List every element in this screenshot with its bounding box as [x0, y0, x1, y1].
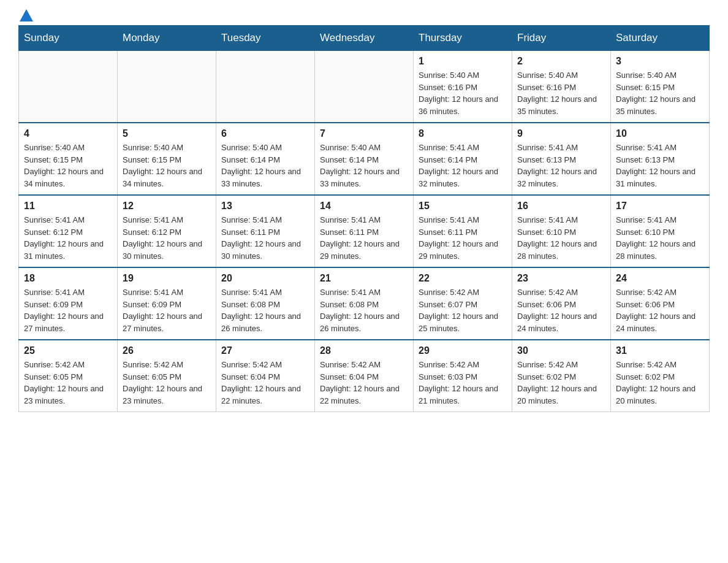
calendar-header-row: SundayMondayTuesdayWednesdayThursdayFrid… — [19, 26, 710, 51]
calendar-day-cell — [216, 51, 315, 123]
day-info: Sunrise: 5:42 AMSunset: 6:07 PMDaylight:… — [419, 286, 507, 334]
svg-marker-0 — [20, 9, 33, 21]
day-number: 6 — [221, 128, 309, 139]
calendar-day-cell: 20Sunrise: 5:41 AMSunset: 6:08 PMDayligh… — [216, 267, 315, 340]
day-info: Sunrise: 5:41 AMSunset: 6:09 PMDaylight:… — [123, 286, 211, 334]
calendar-week-row: 18Sunrise: 5:41 AMSunset: 6:09 PMDayligh… — [19, 267, 710, 340]
calendar-day-cell: 16Sunrise: 5:41 AMSunset: 6:10 PMDayligh… — [512, 195, 611, 267]
day-number: 15 — [419, 201, 507, 212]
day-number: 31 — [616, 345, 704, 356]
day-number: 23 — [517, 273, 605, 284]
calendar-day-cell: 18Sunrise: 5:41 AMSunset: 6:09 PMDayligh… — [19, 267, 118, 340]
calendar-day-cell: 23Sunrise: 5:42 AMSunset: 6:06 PMDayligh… — [512, 267, 611, 340]
day-number: 5 — [123, 128, 211, 139]
calendar-day-cell: 27Sunrise: 5:42 AMSunset: 6:04 PMDayligh… — [216, 340, 315, 412]
page-header — [18, 12, 710, 19]
calendar-day-cell: 7Sunrise: 5:40 AMSunset: 6:14 PMDaylight… — [315, 123, 414, 195]
day-info: Sunrise: 5:41 AMSunset: 6:12 PMDaylight:… — [123, 214, 211, 262]
day-info: Sunrise: 5:40 AMSunset: 6:15 PMDaylight:… — [123, 142, 211, 190]
calendar-day-cell: 17Sunrise: 5:41 AMSunset: 6:10 PMDayligh… — [611, 195, 710, 267]
day-of-week-header: Saturday — [611, 26, 710, 51]
day-info: Sunrise: 5:40 AMSunset: 6:14 PMDaylight:… — [221, 142, 309, 190]
calendar-day-cell: 11Sunrise: 5:41 AMSunset: 6:12 PMDayligh… — [19, 195, 118, 267]
day-number: 14 — [320, 201, 408, 212]
day-number: 2 — [517, 56, 605, 67]
calendar-day-cell: 14Sunrise: 5:41 AMSunset: 6:11 PMDayligh… — [315, 195, 414, 267]
calendar-day-cell: 28Sunrise: 5:42 AMSunset: 6:04 PMDayligh… — [315, 340, 414, 412]
logo-triangle-icon — [20, 9, 33, 21]
calendar-day-cell: 30Sunrise: 5:42 AMSunset: 6:02 PMDayligh… — [512, 340, 611, 412]
calendar-week-row: 1Sunrise: 5:40 AMSunset: 6:16 PMDaylight… — [19, 51, 710, 123]
calendar-day-cell — [118, 51, 216, 123]
day-info: Sunrise: 5:41 AMSunset: 6:09 PMDaylight:… — [24, 286, 112, 334]
calendar-day-cell: 12Sunrise: 5:41 AMSunset: 6:12 PMDayligh… — [118, 195, 216, 267]
day-number: 29 — [419, 345, 507, 356]
day-number: 30 — [517, 345, 605, 356]
calendar-week-row: 25Sunrise: 5:42 AMSunset: 6:05 PMDayligh… — [19, 340, 710, 412]
day-number: 16 — [517, 201, 605, 212]
calendar-day-cell: 21Sunrise: 5:41 AMSunset: 6:08 PMDayligh… — [315, 267, 414, 340]
day-number: 13 — [221, 201, 309, 212]
day-info: Sunrise: 5:41 AMSunset: 6:10 PMDaylight:… — [517, 214, 605, 262]
calendar-day-cell: 22Sunrise: 5:42 AMSunset: 6:07 PMDayligh… — [414, 267, 512, 340]
day-number: 10 — [616, 128, 704, 139]
day-number: 1 — [419, 56, 507, 67]
day-number: 27 — [221, 345, 309, 356]
day-of-week-header: Wednesday — [315, 26, 414, 51]
day-info: Sunrise: 5:42 AMSunset: 6:03 PMDaylight:… — [419, 359, 507, 407]
calendar-day-cell: 13Sunrise: 5:41 AMSunset: 6:11 PMDayligh… — [216, 195, 315, 267]
day-info: Sunrise: 5:42 AMSunset: 6:04 PMDaylight:… — [221, 359, 309, 407]
day-number: 26 — [123, 345, 211, 356]
day-number: 20 — [221, 273, 309, 284]
calendar-day-cell: 3Sunrise: 5:40 AMSunset: 6:15 PMDaylight… — [611, 51, 710, 123]
day-number: 17 — [616, 201, 704, 212]
calendar-day-cell: 19Sunrise: 5:41 AMSunset: 6:09 PMDayligh… — [118, 267, 216, 340]
day-number: 4 — [24, 128, 112, 139]
calendar-week-row: 4Sunrise: 5:40 AMSunset: 6:15 PMDaylight… — [19, 123, 710, 195]
calendar-day-cell: 31Sunrise: 5:42 AMSunset: 6:02 PMDayligh… — [611, 340, 710, 412]
day-info: Sunrise: 5:41 AMSunset: 6:08 PMDaylight:… — [221, 286, 309, 334]
day-info: Sunrise: 5:40 AMSunset: 6:14 PMDaylight:… — [320, 142, 408, 190]
day-info: Sunrise: 5:42 AMSunset: 6:02 PMDaylight:… — [616, 359, 704, 407]
day-number: 11 — [24, 201, 112, 212]
day-number: 12 — [123, 201, 211, 212]
calendar-day-cell: 26Sunrise: 5:42 AMSunset: 6:05 PMDayligh… — [118, 340, 216, 412]
calendar-day-cell: 4Sunrise: 5:40 AMSunset: 6:15 PMDaylight… — [19, 123, 118, 195]
calendar-table: SundayMondayTuesdayWednesdayThursdayFrid… — [18, 25, 710, 412]
calendar-day-cell: 9Sunrise: 5:41 AMSunset: 6:13 PMDaylight… — [512, 123, 611, 195]
day-info: Sunrise: 5:41 AMSunset: 6:08 PMDaylight:… — [320, 286, 408, 334]
day-number: 24 — [616, 273, 704, 284]
day-info: Sunrise: 5:42 AMSunset: 6:06 PMDaylight:… — [616, 286, 704, 334]
day-info: Sunrise: 5:42 AMSunset: 6:05 PMDaylight:… — [123, 359, 211, 407]
day-number: 19 — [123, 273, 211, 284]
calendar-day-cell: 10Sunrise: 5:41 AMSunset: 6:13 PMDayligh… — [611, 123, 710, 195]
day-info: Sunrise: 5:42 AMSunset: 6:04 PMDaylight:… — [320, 359, 408, 407]
day-number: 22 — [419, 273, 507, 284]
calendar-day-cell: 6Sunrise: 5:40 AMSunset: 6:14 PMDaylight… — [216, 123, 315, 195]
day-info: Sunrise: 5:41 AMSunset: 6:11 PMDaylight:… — [320, 214, 408, 262]
calendar-day-cell: 25Sunrise: 5:42 AMSunset: 6:05 PMDayligh… — [19, 340, 118, 412]
day-info: Sunrise: 5:42 AMSunset: 6:05 PMDaylight:… — [24, 359, 112, 407]
day-info: Sunrise: 5:41 AMSunset: 6:11 PMDaylight:… — [419, 214, 507, 262]
calendar-day-cell — [315, 51, 414, 123]
day-number: 9 — [517, 128, 605, 139]
calendar-day-cell: 2Sunrise: 5:40 AMSunset: 6:16 PMDaylight… — [512, 51, 611, 123]
day-info: Sunrise: 5:40 AMSunset: 6:15 PMDaylight:… — [616, 69, 704, 117]
day-number: 18 — [24, 273, 112, 284]
day-info: Sunrise: 5:41 AMSunset: 6:13 PMDaylight:… — [517, 142, 605, 190]
calendar-day-cell — [19, 51, 118, 123]
day-info: Sunrise: 5:42 AMSunset: 6:06 PMDaylight:… — [517, 286, 605, 334]
logo — [18, 12, 33, 19]
day-info: Sunrise: 5:40 AMSunset: 6:16 PMDaylight:… — [419, 69, 507, 117]
day-number: 28 — [320, 345, 408, 356]
day-info: Sunrise: 5:41 AMSunset: 6:11 PMDaylight:… — [221, 214, 309, 262]
day-info: Sunrise: 5:40 AMSunset: 6:15 PMDaylight:… — [24, 142, 112, 190]
day-info: Sunrise: 5:42 AMSunset: 6:02 PMDaylight:… — [517, 359, 605, 407]
day-of-week-header: Thursday — [414, 26, 512, 51]
day-of-week-header: Friday — [512, 26, 611, 51]
day-number: 25 — [24, 345, 112, 356]
day-info: Sunrise: 5:41 AMSunset: 6:10 PMDaylight:… — [616, 214, 704, 262]
day-of-week-header: Sunday — [19, 26, 118, 51]
day-number: 21 — [320, 273, 408, 284]
calendar-week-row: 11Sunrise: 5:41 AMSunset: 6:12 PMDayligh… — [19, 195, 710, 267]
